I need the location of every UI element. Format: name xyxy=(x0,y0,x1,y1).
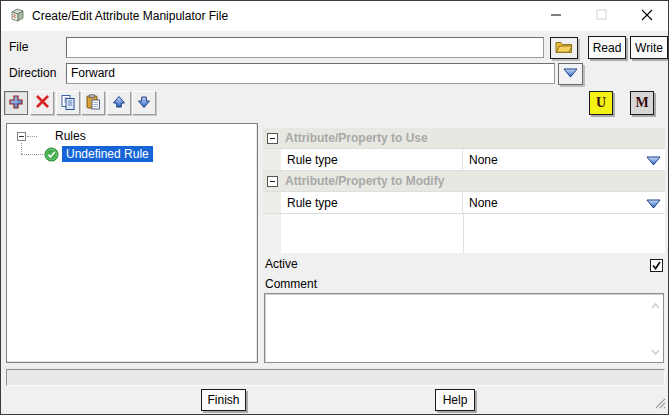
blue-arrow-down-icon xyxy=(136,94,152,113)
rule-type-value-dropdown[interactable]: None xyxy=(463,149,665,170)
use-mode-button[interactable]: U xyxy=(589,91,613,115)
check-icon xyxy=(651,260,662,271)
comment-box xyxy=(264,293,664,363)
read-button[interactable]: Read xyxy=(588,36,626,59)
browse-folder-button[interactable] xyxy=(550,37,578,59)
tree-item-undefined-rule[interactable]: Undefined Rule xyxy=(62,146,153,162)
file-label: File xyxy=(9,40,28,54)
collapse-section-icon[interactable] xyxy=(267,176,278,187)
grid-empty-area xyxy=(263,214,665,253)
use-mode-label: U xyxy=(596,95,606,111)
tree-line xyxy=(27,136,37,137)
modify-mode-button[interactable]: M xyxy=(630,91,654,115)
app-icon xyxy=(9,8,25,24)
copy-button[interactable] xyxy=(56,91,80,115)
dialog-window: Create/Edit Attribute Manipulator File F… xyxy=(0,0,669,415)
move-down-button[interactable] xyxy=(132,91,156,115)
row-rule-type-use: Rule type None xyxy=(263,149,665,171)
write-button[interactable]: Write xyxy=(630,36,668,59)
rules-tree[interactable]: Rules Undefined Rule xyxy=(6,123,258,363)
direction-combobox[interactable]: Forward xyxy=(66,63,555,84)
active-label: Active xyxy=(265,257,298,271)
row-rule-type-modify: Rule type None xyxy=(263,192,665,214)
section-modify-title: Attribute/Property to Modify xyxy=(285,174,444,188)
add-rule-button[interactable] xyxy=(4,91,28,115)
dropdown-arrow-icon[interactable] xyxy=(646,198,661,212)
help-button-label: Help xyxy=(443,393,468,407)
comment-textarea[interactable] xyxy=(265,294,663,362)
plus-icon xyxy=(8,94,24,113)
collapse-section-icon[interactable] xyxy=(267,133,278,144)
write-button-label: Write xyxy=(635,41,663,55)
modify-mode-label: M xyxy=(635,95,648,111)
rule-type-label: Rule type xyxy=(281,192,463,213)
row-gutter xyxy=(263,214,281,253)
window-title: Create/Edit Attribute Manipulator File xyxy=(32,9,228,23)
file-input[interactable] xyxy=(66,37,544,58)
direction-value: Forward xyxy=(71,66,115,80)
maximize-button xyxy=(579,1,624,31)
direction-label: Direction xyxy=(9,66,56,80)
red-x-icon xyxy=(35,94,50,112)
close-icon xyxy=(641,9,653,24)
rule-type-value: None xyxy=(469,196,498,210)
titlebar[interactable]: Create/Edit Attribute Manipulator File xyxy=(1,1,668,31)
scroll-down-icon[interactable] xyxy=(651,344,660,358)
paste-button[interactable] xyxy=(81,91,105,115)
blue-arrow-up-icon xyxy=(111,94,127,113)
section-header-modify[interactable]: Attribute/Property to Modify xyxy=(263,171,665,192)
clipboard-paste-icon xyxy=(85,94,101,113)
row-gutter xyxy=(263,149,281,170)
maximize-icon xyxy=(596,9,607,23)
copy-pages-icon xyxy=(60,94,76,113)
tree-expand-toggle[interactable] xyxy=(17,132,26,141)
section-header-use[interactable]: Attribute/Property to Use xyxy=(263,128,665,149)
resize-grip[interactable] xyxy=(653,396,666,412)
direction-dropdown-button[interactable] xyxy=(558,63,583,85)
property-grid: Attribute/Property to Use Rule type None… xyxy=(263,128,665,253)
read-button-label: Read xyxy=(593,41,622,55)
tree-line xyxy=(21,154,43,155)
comment-label: Comment xyxy=(265,277,317,291)
dropdown-arrow-icon[interactable] xyxy=(646,155,661,169)
help-button[interactable]: Help xyxy=(435,389,475,411)
rule-type-value: None xyxy=(469,153,498,167)
tree-line xyxy=(21,143,22,154)
section-use-title: Attribute/Property to Use xyxy=(285,131,428,145)
finish-button[interactable]: Finish xyxy=(201,389,246,411)
move-up-button[interactable] xyxy=(107,91,131,115)
dropdown-arrow-icon xyxy=(563,67,578,81)
folder-icon xyxy=(555,40,573,56)
close-button[interactable] xyxy=(624,1,669,31)
rule-type-value-dropdown[interactable]: None xyxy=(463,192,665,213)
finish-button-label: Finish xyxy=(207,393,239,407)
tree-root-rules[interactable]: Rules xyxy=(55,129,86,143)
rule-type-label: Rule type xyxy=(281,149,463,170)
rule-status-icon xyxy=(44,147,59,165)
scroll-up-icon[interactable] xyxy=(651,298,660,312)
status-bar xyxy=(6,369,665,386)
active-checkbox[interactable] xyxy=(650,259,663,272)
minimize-icon xyxy=(551,9,562,23)
row-gutter xyxy=(263,192,281,213)
minimize-button[interactable] xyxy=(534,1,579,31)
column-divider xyxy=(463,214,464,253)
delete-rule-button[interactable] xyxy=(30,91,54,115)
